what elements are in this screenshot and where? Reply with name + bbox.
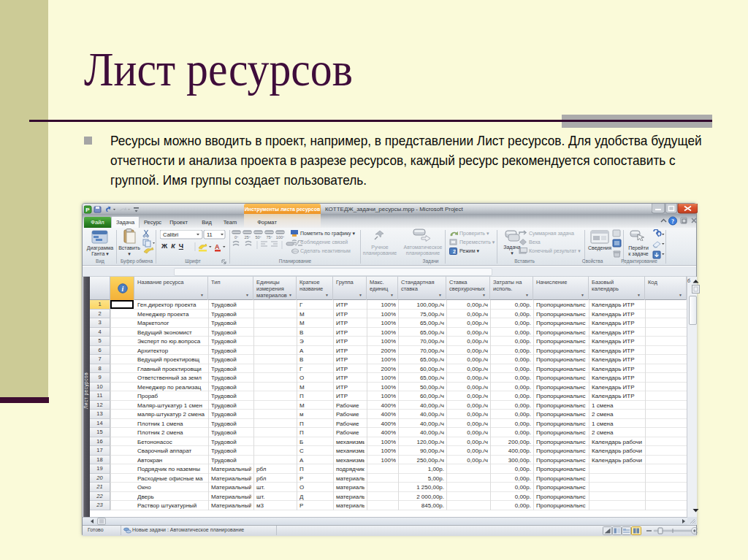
svg-text:?: ? bbox=[671, 218, 674, 225]
svg-text:i: i bbox=[122, 285, 124, 293]
svg-text:P: P bbox=[85, 207, 90, 213]
svg-text:2: 2 bbox=[453, 249, 456, 254]
svg-text:А: А bbox=[215, 243, 220, 250]
svg-text:0ᵕ: 0ᵕ bbox=[234, 235, 238, 239]
svg-text:100ᵕ: 100ᵕ bbox=[276, 235, 284, 239]
svg-text:Calibri: Calibri bbox=[163, 231, 179, 238]
svg-text:75ᵕ: 75ᵕ bbox=[266, 235, 272, 239]
svg-text:50ᵕ: 50ᵕ bbox=[255, 235, 261, 239]
svg-text:25ᵕ: 25ᵕ bbox=[244, 235, 250, 239]
svg-text:11: 11 bbox=[207, 231, 213, 238]
